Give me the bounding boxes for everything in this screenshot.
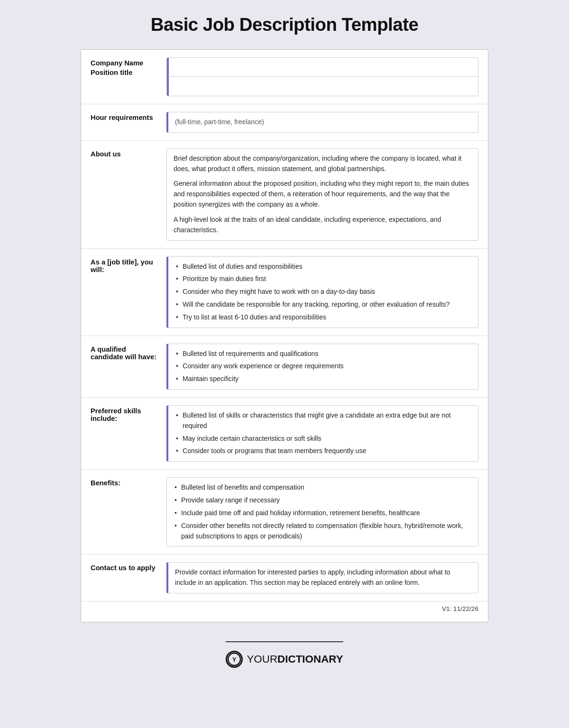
company-name-input[interactable] — [167, 58, 478, 77]
list-item: Provide salary range if necessary — [174, 495, 471, 506]
list-item: Consider other benefits not directly rel… — [174, 521, 471, 542]
list-item: Bulleted list of benefits and compensati… — [174, 482, 471, 493]
list-item: Try to list at least 6-10 duties and res… — [175, 312, 471, 323]
hour-requirements-placeholder: (full-time, part-time, freelance) — [175, 118, 264, 126]
qualified-candidate-list: Bulleted list of requirements and qualif… — [175, 349, 471, 384]
list-item: Bulleted list of duties and responsibili… — [175, 262, 471, 272]
position-title-label: Position title — [91, 67, 157, 76]
footer-logo: Y YOURDICTIONARY — [226, 651, 343, 668]
preferred-skills-row: Preferred skills include: Bulleted list … — [81, 398, 488, 470]
list-item: Bulleted list of skills or characteristi… — [175, 410, 471, 431]
about-us-p1: Brief description about the company/orga… — [174, 154, 471, 174]
benefits-list: Bulleted list of benefits and compensati… — [174, 482, 471, 541]
job-title-list: Bulleted list of duties and responsibili… — [175, 262, 471, 323]
version-row: V1: 11/22/26 — [81, 601, 488, 612]
qualified-candidate-row: A qualified candidate will have: Bullete… — [81, 336, 488, 398]
benefits-label: Benefits: — [91, 477, 157, 546]
hour-requirements-content[interactable]: (full-time, part-time, freelance) — [166, 112, 478, 133]
page-title: Basic Job Description Template — [151, 14, 419, 35]
logo-your: YOUR — [247, 653, 277, 665]
about-us-content: Brief description about the company/orga… — [166, 148, 478, 241]
svg-text:Y: Y — [232, 656, 237, 663]
qualified-candidate-content: Bulleted list of requirements and qualif… — [166, 344, 478, 390]
contact-label: Contact us to apply — [91, 562, 157, 593]
job-title-content: Bulleted list of duties and responsibili… — [166, 256, 478, 328]
footer: Y YOURDICTIONARY — [226, 641, 343, 668]
contact-content: Provide contact information for interest… — [166, 562, 478, 593]
about-us-row: About us Brief description about the com… — [81, 141, 488, 249]
qualified-candidate-label: A qualified candidate will have: — [91, 344, 157, 390]
logo-dictionary: DICTIONARY — [277, 653, 343, 665]
position-title-input[interactable] — [167, 77, 478, 96]
list-item: Prioritize by main duties first — [175, 274, 471, 284]
hour-requirements-label: Hour requirements — [91, 112, 157, 133]
job-title-label: As a [job title], you will: — [91, 256, 157, 328]
job-title-row: As a [job title], you will: Bulleted lis… — [81, 249, 488, 336]
about-us-p3: A high-level look at the traits of an id… — [174, 215, 471, 236]
list-item: Bulleted list of requirements and qualif… — [175, 349, 471, 359]
logo-icon: Y — [226, 651, 243, 668]
logo-text: YOURDICTIONARY — [247, 653, 343, 665]
hour-requirements-row: Hour requirements (full-time, part-time,… — [81, 104, 488, 141]
list-item: Consider any work experience or degree r… — [175, 361, 471, 372]
about-us-p2: General information about the proposed p… — [174, 179, 471, 209]
company-position-labels: Company Name Position title — [91, 57, 157, 96]
company-position-row: Company Name Position title — [81, 50, 488, 104]
list-item: Consider who they might have to work wit… — [175, 287, 471, 297]
version-text: V1: 11/22/26 — [442, 605, 478, 612]
logo-svg: Y — [227, 652, 241, 666]
list-item: Include paid time off and paid holiday i… — [174, 508, 471, 519]
about-us-label: About us — [91, 148, 157, 241]
benefits-row: Benefits: Bulleted list of benefits and … — [81, 470, 488, 555]
benefits-content: Bulleted list of benefits and compensati… — [166, 477, 478, 546]
preferred-skills-list: Bulleted list of skills or characteristi… — [175, 410, 471, 456]
list-item: Consider tools or programs that team mem… — [175, 446, 471, 456]
list-item: May include certain characteristics or s… — [175, 434, 471, 444]
list-item: Maintain specificity — [175, 374, 471, 384]
contact-row: Contact us to apply Provide contact info… — [81, 555, 488, 601]
company-name-label: Company Name — [91, 57, 157, 67]
footer-divider — [226, 641, 343, 642]
preferred-skills-content: Bulleted list of skills or characteristi… — [166, 405, 478, 462]
template-card: Company Name Position title Hour require… — [81, 49, 488, 622]
list-item: Will the candidate be responsible for an… — [175, 300, 471, 310]
contact-text: Provide contact information for interest… — [175, 567, 471, 588]
preferred-skills-label: Preferred skills include: — [91, 405, 157, 462]
company-position-fields — [166, 57, 478, 96]
